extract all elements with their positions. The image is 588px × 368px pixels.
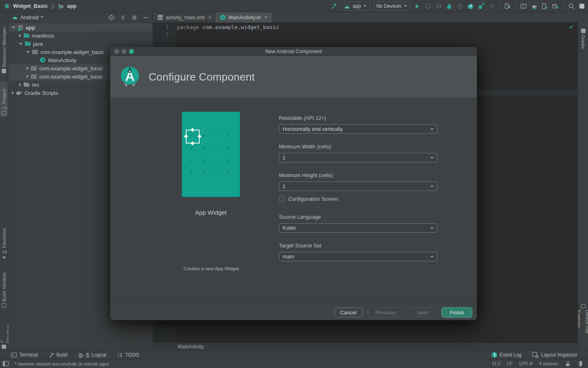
collapse-arrow-icon[interactable]: [19, 34, 21, 37]
close-tab-icon[interactable]: ✕: [208, 15, 212, 20]
new-android-component-dialog: New Android Component Configure Componen…: [110, 47, 477, 320]
line-separator[interactable]: LF: [507, 361, 512, 366]
tab-activity-main-xml[interactable]: activity_main.xml ✕: [153, 12, 216, 22]
toolwindow-event-log[interactable]: 1 Event Log: [492, 352, 521, 358]
configuration-screen-checkbox[interactable]: [279, 196, 285, 202]
structure-icon: [2, 345, 6, 349]
run-icon[interactable]: [414, 2, 421, 10]
android-head-icon: [344, 4, 350, 9]
stripe-gradle[interactable]: Gradle: [578, 27, 588, 49]
device-value: No Devices: [376, 3, 401, 9]
sdk-manager-icon[interactable]: [552, 2, 559, 10]
attach-debugger-icon[interactable]: [456, 2, 463, 10]
tree-item-app[interactable]: app: [9, 23, 152, 31]
build-variants-icon: [2, 303, 6, 307]
module-folder-icon: [58, 3, 64, 9]
field-label-min-height: Minimum Height (cells): [279, 172, 333, 178]
readonly-lock-icon[interactable]: [564, 360, 571, 367]
close-tab-icon[interactable]: ✕: [264, 15, 267, 20]
collapse-arrow-icon[interactable]: [27, 67, 29, 70]
avd-manager-icon[interactable]: [541, 2, 548, 10]
chevron-down-icon[interactable]: [40, 16, 44, 18]
resizable-select[interactable]: Horizontally and vertically: [279, 124, 437, 134]
run-tool-window-icon[interactable]: [520, 2, 527, 10]
collapse-arrow-icon[interactable]: [19, 83, 21, 86]
expand-arrow-icon[interactable]: [27, 51, 30, 53]
next-button[interactable]: Next: [408, 307, 437, 317]
toolwindow-terminal[interactable]: Terminal: [11, 352, 38, 358]
min-height-select[interactable]: 1: [279, 182, 437, 191]
toolwindow-layout-inspector[interactable]: Layout Inspector: [532, 352, 577, 358]
min-width-select[interactable]: 1: [279, 153, 437, 162]
kotlin-class-icon: [40, 57, 46, 63]
source-language-select[interactable]: Kotlin: [279, 223, 437, 233]
expand-arrow-icon[interactable]: [12, 27, 15, 29]
stripe-favorites[interactable]: ★ 2: Favorites: [0, 228, 8, 262]
toolbar-more-icon[interactable]: [578, 2, 586, 10]
profile-debuggable-icon[interactable]: [477, 2, 485, 10]
cancel-button[interactable]: Cancel: [334, 307, 363, 317]
tree-item-manifests[interactable]: manifests: [9, 31, 152, 40]
run-configuration-value: app: [353, 3, 361, 9]
settings-gear-icon[interactable]: [131, 14, 138, 21]
tab-mainactivity-kt[interactable]: MainActivity.kt ✕: [216, 12, 272, 22]
stripe-structure[interactable]: 7: Structure: [0, 320, 8, 350]
profile-icon[interactable]: [467, 2, 474, 10]
toolwindow-todo[interactable]: TODO: [117, 352, 139, 358]
device-select[interactable]: No Devices: [373, 2, 410, 11]
collapse-arrow-icon[interactable]: [27, 75, 29, 78]
apply-changes-icon[interactable]: [435, 2, 442, 10]
collapse-arrow-icon[interactable]: [12, 91, 14, 94]
finish-button[interactable]: Finish: [442, 307, 472, 317]
file-encoding[interactable]: UTF-8: [519, 361, 532, 366]
chevron-down-icon: [430, 227, 434, 229]
indent-style[interactable]: 4 spaces: [539, 361, 558, 366]
toolwindow-build[interactable]: Build: [48, 352, 67, 358]
field-label-min-width: Minimum Width (cells): [279, 144, 331, 150]
device-manager-icon[interactable]: [504, 2, 511, 10]
search-everywhere-icon[interactable]: [568, 2, 575, 10]
hide-panel-icon[interactable]: [143, 14, 149, 21]
locate-file-icon[interactable]: [108, 14, 115, 21]
caret-position[interactable]: 11:2: [492, 361, 501, 366]
view-selector[interactable]: Android: [20, 14, 39, 20]
preview-description: Creates a new App Widget: [163, 266, 259, 271]
debug-icon[interactable]: [445, 2, 453, 10]
line-number: 1: [157, 24, 169, 30]
android-studio-logo-icon: [120, 66, 140, 87]
breadcrumb-project[interactable]: Widget_Basic: [13, 3, 48, 9]
stripe-resource-manager[interactable]: Resource Manager: [0, 27, 8, 75]
terminal-icon: [11, 352, 17, 358]
chevron-down-icon: [430, 157, 434, 159]
toolwindow-switcher-icon[interactable]: [2, 361, 9, 367]
expand-arrow-icon[interactable]: [19, 43, 22, 45]
field-label-target-source-set: Target Source Set: [279, 242, 321, 249]
project-tool-icon: [2, 111, 6, 115]
kotlin-file-icon: [220, 14, 226, 20]
stripe-project[interactable]: 1: Project: [0, 82, 8, 117]
breadcrumb-class[interactable]: MainActivity: [178, 344, 204, 350]
dialog-footer: Cancel Previous Next Finish: [110, 302, 477, 320]
rerun-icon[interactable]: [424, 2, 432, 10]
res-folder-icon: [23, 81, 30, 88]
gradle-sync-icon[interactable]: [530, 2, 538, 10]
stripe-device-file-explorer[interactable]: Device File Explorer: [578, 303, 588, 350]
inspections-profile-icon[interactable]: [577, 360, 584, 367]
tree-item-java[interactable]: java: [9, 40, 152, 48]
breadcrumb-module[interactable]: app: [67, 3, 76, 9]
build-hammer-icon[interactable]: [330, 2, 337, 10]
toolwindow-logcat[interactable]: 6: Logcat: [78, 352, 106, 358]
stop-icon[interactable]: [488, 2, 495, 10]
status-message[interactable]: * daemon started successfully (a minute …: [15, 361, 109, 366]
target-source-set-select[interactable]: main: [279, 252, 437, 261]
inspections-ok-icon[interactable]: ✔: [569, 24, 574, 30]
run-configuration-select[interactable]: app: [341, 2, 370, 11]
previous-button[interactable]: Previous: [368, 307, 403, 317]
code-line[interactable]: package com.example.widget_basic: [177, 24, 279, 30]
gradle-stripe-icon: [581, 29, 586, 33]
toolbar-separator: [515, 3, 516, 9]
editor-tabbar: activity_main.xml ✕ MainActivity.kt ✕: [153, 12, 578, 22]
toolbar-separator: [499, 3, 500, 9]
stripe-build-variants[interactable]: Build Variants: [0, 272, 8, 309]
collapse-all-icon[interactable]: [120, 14, 126, 21]
